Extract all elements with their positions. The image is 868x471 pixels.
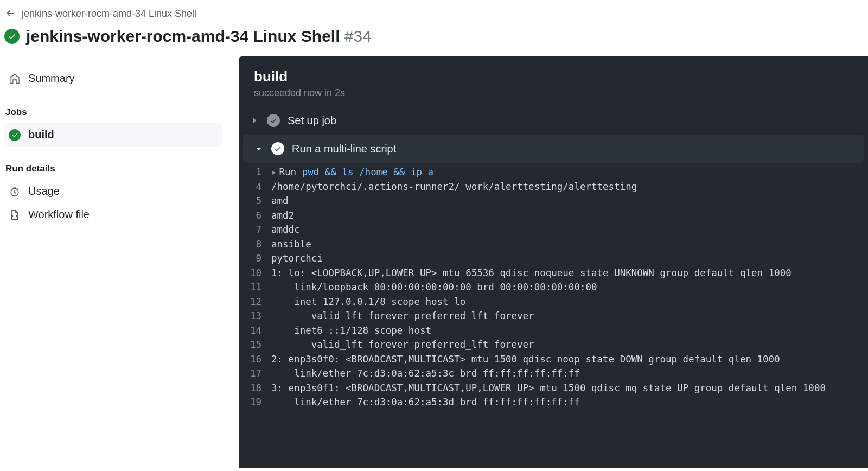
- sidebar-workflow-file[interactable]: Workflow file: [4, 203, 222, 226]
- log-line: 13 valid_lft forever preferred_lft forev…: [239, 309, 868, 323]
- line-content: inet6 ::1/128 scope host: [271, 323, 868, 338]
- jobs-heading: Jobs: [4, 104, 222, 123]
- log-line: 15 valid_lft forever preferred_lft forev…: [239, 338, 868, 352]
- sidebar-job-build[interactable]: build: [4, 123, 222, 147]
- line-content: 3: enp3s0f1: <BROADCAST,MULTICAST,UP,LOW…: [271, 381, 868, 396]
- divider: [0, 96, 239, 96]
- log-line: 1▸Run pwd && ls /home && ip a: [239, 165, 868, 180]
- success-icon: [267, 114, 280, 127]
- line-content: amd2: [271, 208, 868, 223]
- log-panel: build succeeded now in 2s Set up job Run…: [239, 56, 868, 468]
- log-line: 11 link/loopback 00:00:00:00:00:00 brd 0…: [239, 280, 868, 295]
- line-content: inet 127.0.0.1/8 scope host lo: [271, 295, 868, 309]
- line-number: 9: [239, 251, 271, 266]
- line-content: valid_lft forever preferred_lft forever: [271, 309, 868, 323]
- log-line: 12 inet 127.0.0.1/8 scope host lo: [239, 295, 868, 309]
- line-number: 18: [239, 381, 271, 396]
- job-title: build: [254, 68, 853, 85]
- log-line: 19 link/ether 7c:d3:0a:62:a5:3d brd ff:f…: [239, 395, 868, 410]
- log-line: 6amd2: [239, 208, 868, 223]
- sidebar-workflow-file-label: Workflow file: [28, 208, 90, 221]
- log-line: 183: enp3s0f1: <BROADCAST,MULTICAST,UP,L…: [239, 381, 868, 396]
- job-status: succeeded now in 2s: [254, 87, 853, 99]
- log-header: build succeeded now in 2s: [239, 56, 868, 106]
- line-number: 8: [239, 237, 271, 252]
- chevron-down-icon: [254, 144, 264, 154]
- success-icon: [9, 129, 21, 141]
- sidebar-usage[interactable]: Usage: [4, 180, 222, 203]
- step-label: Set up job: [288, 114, 336, 127]
- run-number: #34: [344, 27, 372, 45]
- line-number: 11: [239, 280, 271, 295]
- sidebar-usage-label: Usage: [28, 185, 60, 198]
- back-arrow-icon[interactable]: [4, 8, 16, 20]
- line-number: 4: [239, 180, 271, 194]
- breadcrumb-bar: jenkins-worker-rocm-amd-34 Linux Shell: [0, 0, 868, 24]
- success-icon: [271, 142, 284, 155]
- line-number: 16: [239, 352, 271, 367]
- line-number: 15: [239, 338, 271, 352]
- line-number: 1: [239, 165, 271, 180]
- line-number: 6: [239, 208, 271, 223]
- line-content: link/loopback 00:00:00:00:00:00 brd 00:0…: [271, 280, 868, 295]
- log-line: 8ansible: [239, 237, 868, 252]
- breadcrumb-text[interactable]: jenkins-worker-rocm-amd-34 Linux Shell: [22, 8, 196, 20]
- success-icon: [4, 29, 20, 44]
- sidebar-job-label: build: [28, 129, 54, 141]
- line-content: link/ether 7c:d3:0a:62:a5:3c brd ff:ff:f…: [271, 366, 868, 381]
- log-line: 9pytorchci: [239, 251, 868, 266]
- line-content: ansible: [271, 237, 868, 252]
- line-number: 17: [239, 366, 271, 381]
- line-content: pytorchci: [271, 251, 868, 266]
- line-number: 7: [239, 222, 271, 237]
- line-number: 19: [239, 395, 271, 410]
- line-number: 14: [239, 323, 271, 338]
- line-content: /home/pytorchci/.actions-runner2/_work/a…: [271, 180, 868, 194]
- line-content: link/ether 7c:d3:0a:62:a5:3d brd ff:ff:f…: [271, 395, 868, 410]
- line-content: 1: lo: <LOOPBACK,UP,LOWER_UP> mtu 65536 …: [271, 266, 868, 281]
- step-run-script[interactable]: Run a multi-line script: [243, 135, 864, 163]
- line-content: 2: enp3s0f0: <BROADCAST,MULTICAST> mtu 1…: [271, 352, 868, 367]
- divider: [0, 152, 239, 152]
- line-content: amd: [271, 194, 868, 208]
- line-content: ▸Run pwd && ls /home && ip a: [271, 165, 868, 180]
- chevron-right-icon: [250, 116, 259, 125]
- sidebar-summary-label: Summary: [28, 72, 75, 85]
- sidebar: Summary Jobs build Run details Usage Wor…: [0, 56, 239, 468]
- expand-triangle-icon[interactable]: ▸: [271, 167, 277, 177]
- line-content: valid_lft forever preferred_lft forever: [271, 338, 868, 352]
- line-number: 5: [239, 194, 271, 208]
- log-line: 101: lo: <LOOPBACK,UP,LOWER_UP> mtu 6553…: [239, 266, 868, 281]
- step-setup-job[interactable]: Set up job: [239, 106, 868, 135]
- sidebar-summary[interactable]: Summary: [4, 67, 222, 90]
- log-line: 14 inet6 ::1/128 scope host: [239, 323, 868, 338]
- step-label: Run a multi-line script: [292, 143, 396, 155]
- home-icon: [9, 73, 21, 85]
- log-line: 4/home/pytorchci/.actions-runner2/_work/…: [239, 180, 868, 194]
- file-icon: [9, 209, 21, 221]
- run-details-heading: Run details: [4, 160, 222, 180]
- log-line: 7amddc: [239, 222, 868, 237]
- log-output[interactable]: 1▸Run pwd && ls /home && ip a4/home/pyto…: [239, 163, 868, 410]
- log-line: 5amd: [239, 194, 868, 208]
- title-row: jenkins-worker-rocm-amd-34 Linux Shell #…: [0, 24, 868, 56]
- stopwatch-icon: [9, 186, 21, 198]
- line-content: amddc: [271, 222, 868, 237]
- line-number: 13: [239, 309, 271, 323]
- log-line: 162: enp3s0f0: <BROADCAST,MULTICAST> mtu…: [239, 352, 868, 367]
- line-number: 10: [239, 266, 271, 281]
- workflow-title: jenkins-worker-rocm-amd-34 Linux Shell: [26, 27, 340, 45]
- log-line: 17 link/ether 7c:d3:0a:62:a5:3c brd ff:f…: [239, 366, 868, 381]
- line-number: 12: [239, 295, 271, 309]
